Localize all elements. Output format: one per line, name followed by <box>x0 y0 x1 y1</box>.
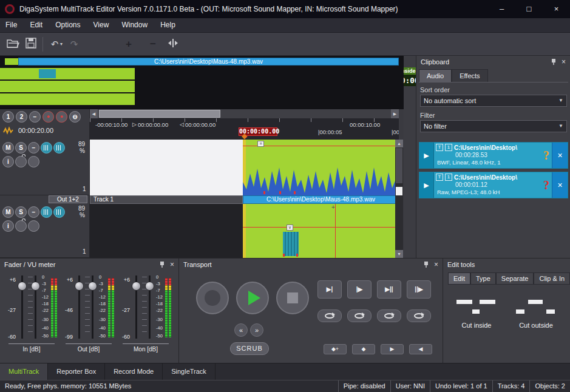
fader-knob[interactable] <box>18 282 27 291</box>
open-folder-icon[interactable] <box>6 38 21 51</box>
undo-dropdown-icon[interactable]: ▾ <box>60 38 63 51</box>
marker-add-button[interactable]: ◆+ <box>324 344 347 354</box>
overview-selected-object[interactable]: C:\Users\nin\Desktop\Maus-48.mp3.wav <box>18 58 399 66</box>
object-handle-icon[interactable]: ≡ <box>257 141 264 147</box>
track1-solo-button[interactable]: S <box>15 142 27 154</box>
remove-clip-button[interactable]: × <box>552 143 568 168</box>
playhead-marker-icon[interactable]: ◆ <box>242 132 247 140</box>
play-button[interactable] <box>236 282 269 314</box>
track-vscrollbar[interactable]: ▲ ▼ <box>395 140 403 258</box>
track1-audio-object[interactable]: ≡ <box>243 140 395 195</box>
close-panel-icon[interactable]: × <box>434 261 438 269</box>
scroll-left-icon[interactable]: ◀ <box>90 109 98 118</box>
track1-lock-button[interactable] <box>15 156 27 167</box>
sort-order-select[interactable]: No automatic sort ▼ <box>420 95 567 107</box>
pin-icon[interactable] <box>423 261 429 269</box>
track1-name-bar[interactable]: Track 1 <box>90 195 243 204</box>
time-ruler[interactable]: -00:00:10.00 ▷ 00:00:00.00 ◁ 00:00:00.00… <box>90 118 399 140</box>
track2-meter-left-icon[interactable] <box>41 206 52 218</box>
track1-meter-right-icon[interactable] <box>53 142 65 154</box>
track1-empty-area[interactable] <box>90 140 243 195</box>
menu-window[interactable]: Window <box>116 18 153 32</box>
hscroll-thumb[interactable] <box>99 110 220 118</box>
overview-track3-bar[interactable] <box>0 81 135 92</box>
remove-marker-button[interactable]: ⊖ <box>69 111 81 123</box>
track1-object-title-bar[interactable]: C:\Users\nin\Desktop\Maus-48.mp3.wav <box>243 195 399 204</box>
cut-outside-button[interactable]: Cut outside <box>507 295 565 346</box>
fader-knob[interactable] <box>75 282 84 291</box>
tab-audio[interactable]: Audio <box>419 69 452 82</box>
wave-jump-icon[interactable] <box>2 125 14 137</box>
menu-help[interactable]: Help <box>155 18 181 32</box>
timeline-hscrollbar[interactable]: ◀ ▶ <box>90 109 399 118</box>
tab-effects[interactable]: Effects <box>452 69 487 82</box>
prev-marker-button[interactable]: ◀ <box>409 344 432 354</box>
track1-minus-button[interactable]: − <box>28 142 39 154</box>
maximize-button[interactable]: □ <box>515 0 543 18</box>
save-icon[interactable] <box>25 38 40 51</box>
marker-1-button[interactable]: 1 <box>2 111 14 123</box>
pin-icon[interactable] <box>551 58 557 66</box>
loop-button-3[interactable] <box>377 309 401 322</box>
scroll-up-icon[interactable]: ▲ <box>395 140 403 147</box>
track1-output-button[interactable]: Out 1+2 <box>49 195 87 203</box>
track2-meter-right-icon[interactable] <box>53 206 65 218</box>
minimize-button[interactable]: – <box>488 0 515 18</box>
clear-marker-button[interactable]: − <box>29 111 41 123</box>
filter-select[interactable]: No filter ▼ <box>420 120 567 132</box>
track1-mute-button[interactable]: M <box>2 142 14 154</box>
zoom-out-icon[interactable]: − <box>146 38 160 51</box>
mark-in-flag-icon[interactable]: ▷ <box>132 121 137 127</box>
track2-record-arm-button[interactable] <box>28 220 39 232</box>
next-marker-button[interactable]: ▶ <box>381 344 404 354</box>
project-overview[interactable]: C:\Users\nin\Desktop\Maus-48.mp3.wav <box>0 56 404 109</box>
track1-info-button[interactable]: i <box>2 156 14 167</box>
object-level-line[interactable] <box>243 146 395 146</box>
goto-marker-icon[interactable] <box>168 38 182 51</box>
redo-icon[interactable]: ↷ <box>67 38 81 51</box>
track2-mute-button[interactable]: M <box>2 206 14 218</box>
play-around-button[interactable]: ||▶ <box>407 280 431 299</box>
tab-edit[interactable]: Edit <box>448 272 470 285</box>
scroll-down-icon[interactable]: ▼ <box>395 250 403 258</box>
track1-record-arm-button[interactable] <box>28 156 39 167</box>
menu-view[interactable]: View <box>88 18 115 32</box>
track2-info-button[interactable]: i <box>2 220 14 232</box>
track2-minus-button[interactable]: − <box>28 206 39 218</box>
fader-knob[interactable] <box>145 282 154 291</box>
record-marker-1-icon[interactable]: ● <box>42 111 54 123</box>
track2-lock-button[interactable] <box>15 220 27 232</box>
track2-solo-button[interactable]: S <box>15 206 27 218</box>
fader-knob[interactable] <box>132 282 141 291</box>
close-panel-icon[interactable]: × <box>170 261 174 269</box>
close-panel-icon[interactable]: × <box>562 58 566 66</box>
mark-out-flag-icon[interactable]: ◁ <box>180 121 184 127</box>
stop-button[interactable] <box>276 282 309 314</box>
record-button[interactable] <box>196 282 229 314</box>
remove-clip-button[interactable]: × <box>552 172 568 198</box>
vscroll-splitter[interactable] <box>396 187 402 195</box>
pin-icon[interactable] <box>159 261 165 269</box>
fader-knob[interactable] <box>88 282 97 291</box>
track2-audio-object[interactable]: + v <box>243 204 395 258</box>
play-clip-icon[interactable]: ▶ <box>419 143 434 168</box>
zoom-in-icon[interactable]: + <box>121 38 136 51</box>
tab-record-mode[interactable]: Record Mode <box>105 363 163 380</box>
loop-button-4[interactable] <box>407 309 431 322</box>
loop-button-2[interactable] <box>347 309 372 322</box>
cut-inside-button[interactable]: Cut inside <box>448 295 505 346</box>
overview-track4-bar[interactable] <box>0 93 135 105</box>
overview-clip-marker[interactable] <box>39 69 56 78</box>
scroll-right-icon[interactable]: ▶ <box>391 109 399 118</box>
object-marker-icon[interactable]: v <box>287 225 293 231</box>
menu-options[interactable]: Options <box>50 18 86 32</box>
record-marker-2-icon[interactable]: ● <box>56 111 67 123</box>
tab-reporter-box[interactable]: Reporter Box <box>48 363 105 380</box>
tab-clip-in[interactable]: Clip & In <box>534 272 570 285</box>
menu-edit[interactable]: Edit <box>24 18 48 32</box>
close-button[interactable]: × <box>543 0 570 18</box>
play-selection-button[interactable]: ▶|| <box>377 280 401 299</box>
overview-track2-bar[interactable] <box>0 68 135 79</box>
track1-meter-left-icon[interactable] <box>41 142 52 154</box>
play-from-start-button[interactable]: |▶ <box>347 280 372 299</box>
